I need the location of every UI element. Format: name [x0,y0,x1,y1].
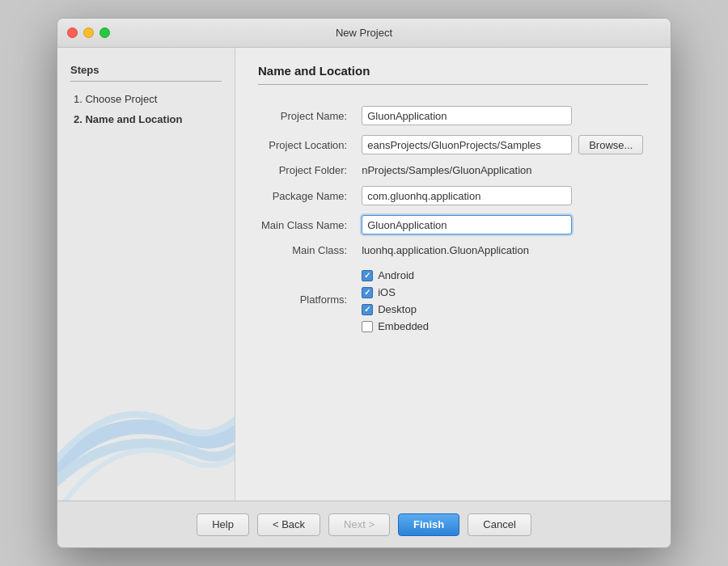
minimize-button[interactable] [83,27,94,38]
android-label: Android [378,269,414,281]
help-button[interactable]: Help [197,513,249,536]
main-class-name-input-cell [358,210,650,239]
project-name-input-cell [358,101,650,130]
ios-checkbox[interactable] [362,287,373,298]
main-class-label: Main Class: [258,239,358,261]
project-location-label: Project Location: [258,130,358,159]
title-bar: New Project [57,19,671,48]
desktop-label: Desktop [378,303,417,315]
main-class-row: Main Class: luonhq.application.GluonAppl… [258,239,650,261]
main-class-value-cell: luonhq.application.GluonApplication [358,239,650,261]
maximize-button[interactable] [99,27,110,38]
close-button[interactable] [67,27,78,38]
project-folder-label: Project Folder: [258,159,358,181]
project-folder-value: nProjects/Samples/GluonApplication [362,164,531,176]
ios-label: iOS [378,286,396,298]
window-title: New Project [336,27,392,39]
platform-embedded: Embedded [362,320,643,332]
platforms-options: Android iOS Desktop [362,266,643,332]
main-class-name-input[interactable] [362,215,572,234]
android-checkbox[interactable] [362,270,373,281]
project-folder-value-cell: nProjects/Samples/GluonApplication [358,159,650,181]
finish-button[interactable]: Finish [398,513,459,536]
sidebar-title: Steps [70,64,222,82]
browse-button[interactable]: Browse... [578,135,643,154]
platform-android: Android [362,269,643,281]
main-class-name-row: Main Class Name: [258,210,650,239]
window-controls [67,27,110,38]
package-name-row: Package Name: [258,181,650,210]
step-2-number: 2. [74,113,83,125]
platforms-row: Platforms: Android iOS [258,261,650,337]
cancel-button[interactable]: Cancel [468,513,531,536]
section-title: Name and Location [258,64,648,85]
back-button[interactable]: < Back [257,513,320,536]
next-button[interactable]: Next > [328,513,390,536]
platforms-label: Platforms: [258,261,358,337]
window-footer: Help < Back Next > Finish Cancel [57,501,671,547]
package-name-input-cell [358,181,650,210]
step-1-number: 1. [74,93,83,105]
platform-desktop: Desktop [362,303,643,315]
sidebar-watermark [57,339,235,501]
project-name-row: Project Name: [258,101,650,130]
package-name-label: Package Name: [258,181,358,210]
main-content: Name and Location Project Name: Project … [235,48,671,501]
package-name-input[interactable] [362,186,572,205]
main-class-value: luonhq.application.GluonApplication [362,244,529,256]
sidebar: Steps 1. Choose Project 2. Name and Loca… [57,48,235,501]
project-name-input[interactable] [362,106,572,125]
form-table: Project Name: Project Location: Browse..… [258,101,650,337]
project-folder-row: Project Folder: nProjects/Samples/GluonA… [258,159,650,181]
step-1: 1. Choose Project [70,93,222,105]
project-location-input-cell: Browse... [358,130,650,159]
step-1-label: Choose Project [85,93,157,105]
step-2-label: Name and Location [85,113,182,125]
embedded-label: Embedded [378,320,429,332]
platform-ios: iOS [362,286,643,298]
new-project-window: New Project Steps 1. Choose Project 2. N… [57,18,671,548]
window-body: Steps 1. Choose Project 2. Name and Loca… [57,48,671,501]
platforms-cell: Android iOS Desktop [358,261,650,337]
steps-list: 1. Choose Project 2. Name and Location [70,93,222,125]
main-class-name-label: Main Class Name: [258,210,358,239]
embedded-checkbox[interactable] [362,321,373,332]
project-location-row: Project Location: Browse... [258,130,650,159]
project-name-label: Project Name: [258,101,358,130]
step-2: 2. Name and Location [70,113,222,125]
project-location-input[interactable] [362,135,572,154]
desktop-checkbox[interactable] [362,304,373,315]
